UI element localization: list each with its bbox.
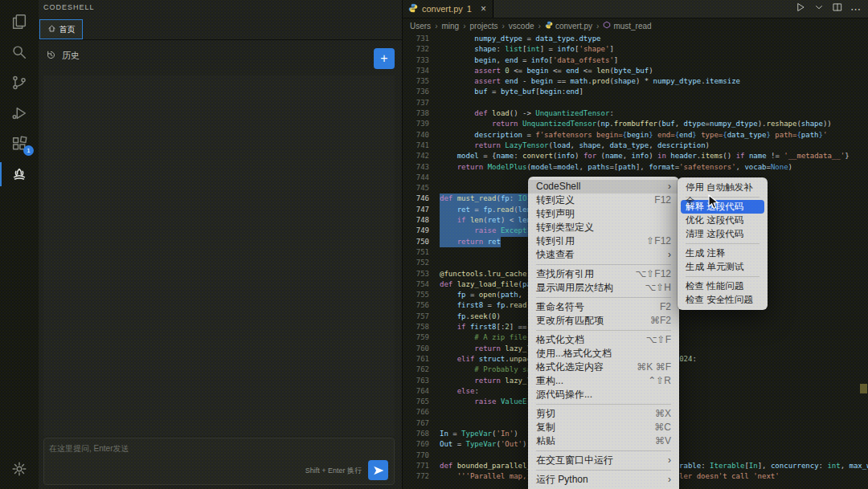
line-number: 751: [402, 247, 440, 258]
line-number: 758: [402, 322, 440, 332]
menu-item-粘贴[interactable]: 粘贴⌘V: [528, 434, 679, 448]
menu-item-生成 注释[interactable]: 生成 注释: [678, 247, 768, 260]
menu-item-转到引用[interactable]: 转到引用⇧F12: [528, 234, 679, 248]
line-number: 743: [402, 162, 440, 173]
activity-codeshell-icon[interactable]: [0, 159, 39, 189]
menu-item-清理 这段代码[interactable]: 清理 这段代码: [678, 227, 768, 241]
code-line-732[interactable]: 732 shape: list[int] = info['shape']: [402, 44, 868, 55]
code-line-739[interactable]: 739 return UnquantizedTensor(np.frombuff…: [402, 119, 868, 129]
menu-item-复制[interactable]: 复制⌘C: [528, 421, 679, 434]
panel-divider: [39, 39, 402, 40]
menu-item-停用 自动触发补全[interactable]: 停用 自动触发补全: [678, 181, 768, 194]
menu-item-格式化选定内容[interactable]: 格式化选定内容⌘K ⌘F: [528, 361, 679, 374]
code-line-735[interactable]: 735 assert end - begin == math.prod(shap…: [402, 76, 868, 87]
activity-gear-icon[interactable]: [0, 454, 39, 484]
line-number: 772: [402, 471, 440, 482]
line-text: model = {name: convert(info) for (name, …: [440, 151, 850, 161]
menu-item-转到定义[interactable]: 转到定义F12: [528, 194, 679, 207]
menu-item-优化 这段代码[interactable]: 优化 这段代码: [678, 214, 768, 227]
menu-item-检查 安全性问题[interactable]: 检查 安全性问题: [678, 293, 768, 307]
line-number: 744: [402, 173, 440, 183]
breadcrumb-separator: ›: [596, 22, 599, 31]
line-number: 734: [402, 66, 440, 76]
tab-title: convert.py: [422, 4, 463, 14]
overview-ruler-mark: [860, 384, 867, 393]
menu-item-重命名符号[interactable]: 重命名符号F2: [528, 300, 679, 314]
menu-separator: [686, 243, 760, 244]
line-number: 770: [402, 450, 440, 461]
code-line-742[interactable]: 742 model = {name: convert(info) for (na…: [402, 151, 868, 161]
menu-item-运行 Python[interactable]: 运行 Python›: [528, 473, 679, 487]
line-number: 762: [402, 365, 440, 375]
panel-title: CODESHELL: [43, 3, 95, 11]
menu-item-转到声明[interactable]: 转到声明: [528, 207, 679, 221]
close-icon[interactable]: ×: [481, 3, 486, 14]
menu-item-更改所有匹配项[interactable]: 更改所有匹配项⌘F2: [528, 314, 679, 328]
code-line-738[interactable]: 738 def load() -> UnquantizedTensor:: [402, 108, 868, 119]
activity-run-debug-icon[interactable]: [0, 98, 39, 128]
code-line-736[interactable]: 736 buf = byte_buf[begin:end]: [402, 87, 868, 97]
menu-item-重构...[interactable]: 重构...⌃⇧R: [528, 374, 679, 388]
tab-convert-py[interactable]: convert.py 1 ×: [402, 0, 493, 18]
menu-item-CodeShell[interactable]: CodeShell›: [528, 180, 679, 194]
menu-separator: [536, 450, 671, 451]
line-text: assert 0 <= begin <= end <= len(byte_buf…: [440, 66, 653, 76]
codeshell-panel: CODESHELL 首页 历史 + Shift + Enter 换行: [39, 0, 403, 489]
line-number: 766: [402, 407, 440, 418]
code-line-734[interactable]: 734 assert 0 <= begin <= end <= len(byte…: [402, 66, 868, 76]
menu-item-剪切[interactable]: 剪切⌘X: [528, 407, 679, 421]
menu-item-源代码操作...[interactable]: 源代码操作...: [528, 388, 679, 401]
activity-search-icon[interactable]: [0, 37, 39, 67]
breadcrumb-projects[interactable]: projects: [470, 22, 498, 31]
send-button[interactable]: [368, 460, 388, 480]
menu-item-检查 性能问题[interactable]: 检查 性能问题: [678, 279, 768, 293]
home-icon: [47, 24, 56, 35]
line-number: 747: [402, 205, 440, 215]
line-text: else:: [440, 386, 479, 397]
home-tab-label: 首页: [59, 24, 76, 35]
code-line-731[interactable]: 731 numpy_dtype = data_type.dtype: [402, 34, 868, 44]
menu-item-解释 这段代码[interactable]: 解释 这段代码: [681, 200, 764, 214]
line-number: 731: [402, 34, 440, 44]
new-chat-button[interactable]: +: [374, 48, 395, 69]
menu-separator: [686, 197, 760, 198]
breadcrumb-Users[interactable]: Users: [410, 22, 431, 31]
chevron-down-icon[interactable]: [813, 2, 825, 16]
line-text: return LazyTensor(load, shape, data_type…: [440, 141, 710, 151]
context-menu: CodeShell›转到定义F12转到声明转到类型定义转到引用⇧F12快速查看›…: [528, 177, 679, 489]
menu-item-快速查看[interactable]: 快速查看›: [528, 248, 679, 262]
menu-item-使用...格式化文档[interactable]: 使用...格式化文档: [528, 347, 679, 361]
line-text: return ret: [440, 237, 501, 247]
code-line-737[interactable]: 737: [402, 98, 868, 108]
activity-bar: 1: [0, 0, 39, 489]
breadcrumb-vscode[interactable]: vscode: [509, 22, 534, 31]
menu-item-生成 单元测试[interactable]: 生成 单元测试: [678, 260, 768, 274]
activity-source-control-icon[interactable]: [0, 67, 39, 98]
menu-item-在交互窗口中运行[interactable]: 在交互窗口中运行›: [528, 454, 679, 467]
line-number: 748: [402, 215, 440, 226]
line-number: 750: [402, 237, 440, 247]
activity-extensions-icon[interactable]: 1: [0, 128, 39, 159]
menu-item-格式化文档[interactable]: 格式化文档⌥⇧F: [528, 333, 679, 347]
activity-files-icon[interactable]: [0, 6, 39, 37]
menu-separator: [536, 264, 671, 265]
breadcrumb-convert.py[interactable]: convert.py: [545, 21, 592, 31]
history-label: 历史: [62, 50, 80, 62]
line-number: 752: [402, 258, 440, 268]
chat-input-area: Shift + Enter 换行: [43, 438, 395, 485]
submenu-arrow-icon: ›: [668, 248, 671, 262]
more-icon[interactable]: ⋯: [850, 2, 862, 16]
tab-home[interactable]: 首页: [39, 19, 83, 39]
menu-item-查找所有引用[interactable]: 查找所有引用⌥⇧F12: [528, 267, 679, 281]
play-icon[interactable]: [795, 2, 806, 16]
menu-item-转到类型定义[interactable]: 转到类型定义: [528, 221, 679, 234]
breadcrumb-must_read[interactable]: must_read: [603, 21, 651, 31]
split-editor-icon[interactable]: [832, 2, 843, 16]
breadcrumb-ming[interactable]: ming: [441, 22, 459, 31]
code-line-740[interactable]: 740 description = f'safetensors begin={b…: [402, 130, 868, 141]
history-list: [43, 75, 395, 436]
code-line-743[interactable]: 743 return ModelPlus(model=model, paths=…: [402, 162, 868, 173]
code-line-733[interactable]: 733 begin, end = info['data_offsets']: [402, 55, 868, 66]
code-line-741[interactable]: 741 return LazyTensor(load, shape, data_…: [402, 141, 868, 151]
menu-item-显示调用层次结构[interactable]: 显示调用层次结构⌥⇧H: [528, 281, 679, 295]
